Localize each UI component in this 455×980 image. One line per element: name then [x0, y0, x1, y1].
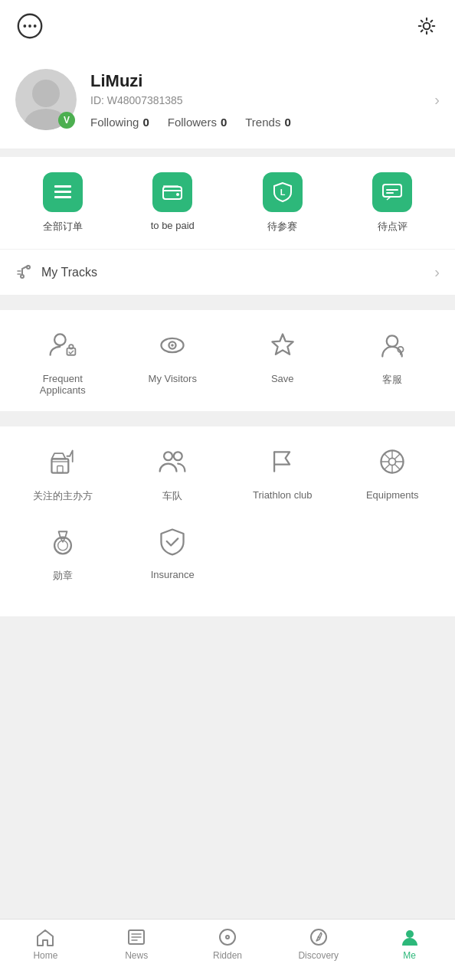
- order-label-paid: to be paid: [151, 220, 195, 231]
- nav-home-label: Home: [33, 950, 57, 961]
- trends-count: 0: [284, 116, 290, 129]
- svg-rect-11: [163, 185, 178, 188]
- triathlon-club-item[interactable]: Triathlon club: [228, 442, 338, 503]
- equipments-item[interactable]: Equipments: [338, 442, 448, 503]
- svg-rect-10: [163, 187, 182, 199]
- profile-arrow-icon[interactable]: ›: [434, 91, 440, 109]
- save-item[interactable]: Save: [228, 325, 338, 396]
- insurance-item[interactable]: Insurance: [118, 521, 228, 583]
- order-item-review[interactable]: 待点评: [338, 172, 448, 234]
- svg-point-40: [406, 930, 414, 938]
- following-count: 0: [142, 116, 149, 129]
- quick-actions: FrequentApplicants My Visitors Save: [0, 310, 455, 411]
- followers-stat[interactable]: Followers 0: [168, 116, 228, 129]
- medal-item[interactable]: 勋章: [8, 521, 118, 583]
- trends-stat[interactable]: Trends 0: [245, 116, 290, 129]
- save-label: Save: [271, 373, 294, 384]
- shield-check-icon: [152, 521, 192, 561]
- secondary-actions: 关注的主办方 车队 Triathlon club: [0, 426, 455, 616]
- order-label-review: 待点评: [378, 220, 408, 234]
- svg-point-36: [220, 929, 235, 945]
- svg-point-3: [34, 24, 37, 28]
- nav-ridden[interactable]: Ridden: [182, 927, 273, 968]
- nav-news-label: News: [125, 950, 148, 961]
- nav-home[interactable]: Home: [0, 927, 91, 968]
- svg-point-19: [54, 334, 66, 345]
- comment-icon: [372, 172, 412, 212]
- list-icon: [43, 172, 83, 212]
- gear-icon[interactable]: [414, 13, 440, 41]
- order-label-pending: 待参赛: [267, 220, 297, 234]
- svg-point-21: [69, 345, 73, 348]
- wheel-icon: [372, 442, 412, 482]
- nav-me[interactable]: Me: [364, 927, 455, 968]
- team-icon: [152, 442, 192, 482]
- svg-rect-8: [54, 191, 71, 193]
- following-stat[interactable]: Following 0: [90, 116, 149, 129]
- eye-icon: [152, 325, 192, 365]
- wallet-icon: [152, 172, 192, 212]
- customer-service-icon: [372, 325, 412, 365]
- profile-name: LiMuzi: [90, 71, 421, 91]
- medal-icon: [43, 521, 83, 561]
- customer-service-item[interactable]: 客服: [338, 325, 448, 396]
- verified-badge: V: [58, 112, 75, 129]
- followers-count: 0: [221, 116, 227, 129]
- avatar-container[interactable]: V: [15, 69, 77, 130]
- customer-service-label: 客服: [382, 373, 402, 387]
- frequent-applicants-label: FrequentApplicants: [40, 373, 86, 396]
- person-badge-icon: [43, 325, 83, 365]
- svg-rect-16: [386, 192, 394, 194]
- followers-label: Followers: [168, 116, 217, 129]
- secondary-grid: 关注的主办方 车队 Triathlon club: [8, 442, 447, 601]
- order-section: 全部订单 to be paid L 待参赛: [0, 157, 455, 249]
- my-visitors-item[interactable]: My Visitors: [118, 325, 228, 396]
- chat-bubble-icon[interactable]: [15, 11, 44, 43]
- divider-3: [0, 411, 455, 419]
- medal-label: 勋章: [53, 569, 73, 583]
- my-tracks-row[interactable]: My Tracks ›: [0, 250, 455, 295]
- order-label-all: 全部订单: [43, 220, 83, 234]
- order-item-paid[interactable]: to be paid: [118, 172, 228, 234]
- following-label: Following: [90, 116, 139, 129]
- nav-me-label: Me: [403, 950, 416, 961]
- frequent-applicants-item[interactable]: FrequentApplicants: [8, 325, 118, 396]
- svg-rect-7: [54, 185, 71, 188]
- svg-point-39: [317, 936, 319, 939]
- svg-point-2: [28, 24, 31, 28]
- tracks-icon: [15, 262, 34, 283]
- svg-point-25: [387, 335, 398, 347]
- organizer-follow-item[interactable]: 关注的主办方: [8, 442, 118, 503]
- organizer-follow-label: 关注的主办方: [33, 489, 93, 503]
- svg-point-30: [174, 452, 182, 460]
- profile-info: LiMuzi ID: W48007381385 Following 0 Foll…: [90, 71, 421, 129]
- nav-news[interactable]: News: [91, 927, 182, 968]
- order-grid: 全部订单 to be paid L 待参赛: [8, 172, 447, 234]
- team-item[interactable]: 车队: [118, 442, 228, 503]
- svg-rect-28: [57, 466, 62, 472]
- flag-icon: [263, 442, 303, 482]
- svg-point-12: [176, 193, 179, 196]
- gray-area: [0, 624, 455, 792]
- svg-point-24: [171, 344, 174, 347]
- order-item-all[interactable]: 全部订单: [8, 172, 118, 234]
- svg-point-29: [164, 452, 172, 460]
- nav-discovery[interactable]: Discovery: [273, 927, 364, 968]
- nav-discovery-label: Discovery: [298, 950, 339, 961]
- svg-point-33: [54, 537, 71, 554]
- equipments-label: Equipments: [366, 489, 419, 501]
- svg-point-1: [23, 24, 26, 28]
- divider-1: [0, 149, 455, 157]
- svg-rect-9: [54, 196, 71, 198]
- profile-section: V LiMuzi ID: W48007381385 Following 0 Fo…: [0, 54, 455, 149]
- order-item-pending[interactable]: L 待参赛: [228, 172, 338, 234]
- nav-ridden-label: Ridden: [213, 950, 242, 961]
- team-label: 车队: [162, 489, 182, 503]
- shield-icon: L: [263, 172, 303, 212]
- divider-2: [0, 295, 455, 302]
- svg-text:L: L: [280, 188, 285, 197]
- flag-building-icon: [43, 442, 83, 482]
- svg-point-5: [32, 80, 60, 107]
- svg-point-4: [424, 22, 430, 29]
- trends-label: Trends: [245, 116, 280, 129]
